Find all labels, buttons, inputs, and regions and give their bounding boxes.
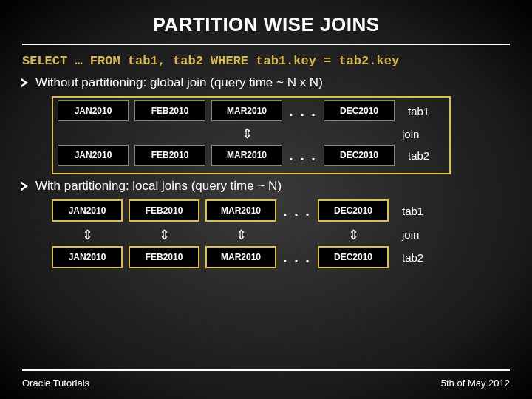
global-row-tab1: JAN2010 FEB2010 MAR2010 . . . DEC2010 ta… bbox=[58, 100, 445, 121]
ellipsis: . . . bbox=[282, 249, 312, 266]
partition-cell: JAN2010 bbox=[58, 100, 129, 121]
diagram-global-join: JAN2010 FEB2010 MAR2010 . . . DEC2010 ta… bbox=[52, 96, 510, 174]
local-row-tab2: JAN2010 FEB2010 MAR2010 . . . DEC2010 ta… bbox=[52, 246, 510, 268]
bullet-without-text: Without partitioning: global join (query… bbox=[35, 75, 323, 90]
partition-cell: DEC2010 bbox=[318, 246, 389, 268]
partition-cell: MAR2010 bbox=[205, 246, 276, 268]
global-outline: JAN2010 FEB2010 MAR2010 . . . DEC2010 ta… bbox=[52, 96, 451, 174]
partition-cell: JAN2010 bbox=[52, 246, 123, 268]
sql-query: SELECT … FROM tab1, tab2 WHERE tab1.key … bbox=[22, 54, 510, 68]
row-label-tab2: tab2 bbox=[408, 149, 445, 162]
bullet-with: With partitioning: local joins (query ti… bbox=[21, 179, 511, 194]
join-arrow-icon: ⇕ bbox=[318, 227, 389, 243]
partition-cell: DEC2010 bbox=[324, 145, 395, 166]
partition-cell: FEB2010 bbox=[129, 246, 200, 268]
title-rule bbox=[22, 44, 510, 45]
row-label-tab2: tab2 bbox=[402, 251, 439, 264]
partition-cell: FEB2010 bbox=[129, 200, 200, 222]
partition-cell: DEC2010 bbox=[318, 200, 389, 222]
partition-cell: JAN2010 bbox=[52, 200, 123, 222]
partition-cell: JAN2010 bbox=[58, 145, 129, 166]
join-arrow-icon: ⇕ bbox=[129, 227, 200, 243]
partition-cell: DEC2010 bbox=[324, 100, 395, 121]
slide-title: PARTITION WISE JOINS bbox=[0, 0, 532, 36]
row-label-tab1: tab1 bbox=[402, 205, 439, 217]
footer-right: 5th of May 2012 bbox=[441, 378, 510, 389]
local-row-tab1: JAN2010 FEB2010 MAR2010 . . . DEC2010 ta… bbox=[52, 200, 510, 222]
partition-cell: MAR2010 bbox=[211, 145, 282, 166]
global-join-arrow-row: ⇕ join bbox=[58, 126, 445, 142]
ellipsis: . . . bbox=[282, 202, 312, 219]
join-arrow-icon: ⇕ bbox=[52, 227, 123, 243]
ellipsis-blank bbox=[282, 226, 312, 243]
ellipsis: . . . bbox=[288, 147, 318, 164]
bullet-without: Without partitioning: global join (query… bbox=[21, 75, 511, 90]
bullet-arrow-icon bbox=[21, 78, 28, 88]
footer: Oracle Tutorials 5th of May 2012 bbox=[22, 378, 510, 389]
bullet-arrow-icon bbox=[21, 181, 28, 191]
join-arrow-icon: ⇕ bbox=[205, 227, 276, 243]
diagram-local-join: JAN2010 FEB2010 MAR2010 . . . DEC2010 ta… bbox=[52, 200, 510, 268]
ellipsis: . . . bbox=[288, 103, 318, 120]
bullet-with-text: With partitioning: local joins (query ti… bbox=[35, 179, 282, 194]
footer-left: Oracle Tutorials bbox=[22, 378, 89, 389]
partition-cell: FEB2010 bbox=[134, 100, 205, 121]
footer-rule bbox=[22, 369, 510, 371]
join-arrow-icon: ⇕ bbox=[211, 126, 282, 142]
partition-cell: MAR2010 bbox=[211, 100, 282, 121]
global-row-tab2: JAN2010 FEB2010 MAR2010 . . . DEC2010 ta… bbox=[58, 145, 445, 166]
partition-cell: MAR2010 bbox=[205, 200, 276, 222]
row-label-tab1: tab1 bbox=[408, 105, 445, 117]
join-label: join bbox=[402, 228, 439, 241]
partition-cell: FEB2010 bbox=[134, 145, 205, 166]
join-label: join bbox=[402, 128, 419, 140]
local-join-arrow-row: ⇕ ⇕ ⇕ ⇕ join bbox=[52, 226, 510, 243]
